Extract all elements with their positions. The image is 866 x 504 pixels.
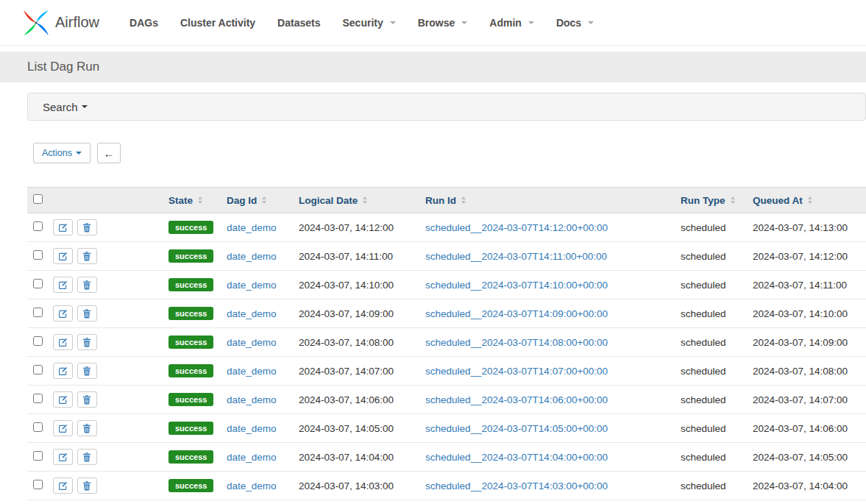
dag-run-table: State Dag Id Logical Date Run Id Run Typ… <box>27 187 866 500</box>
delete-record-button[interactable] <box>77 334 97 350</box>
run-id-link[interactable]: scheduled__2024-03-07T14:07:00+00:00 <box>425 366 608 377</box>
edit-record-button[interactable] <box>53 248 73 264</box>
row-checkbox[interactable] <box>33 451 43 461</box>
edit-icon <box>58 280 68 290</box>
row-checkbox[interactable] <box>33 480 43 489</box>
nav-item-cluster-activity[interactable]: Cluster Activity <box>169 10 266 36</box>
run-id-link[interactable]: scheduled__2024-03-07T14:06:00+00:00 <box>425 394 608 405</box>
row-checkbox[interactable] <box>33 250 43 260</box>
state-badge: success <box>168 249 213 263</box>
run-id-link[interactable]: scheduled__2024-03-07T14:11:00+00:00 <box>425 251 607 262</box>
dag-id-link[interactable]: date_demo <box>227 423 277 434</box>
sort-icon <box>198 196 202 204</box>
edit-record-button[interactable] <box>53 219 73 235</box>
state-badge: success <box>168 221 213 234</box>
run-id-link[interactable]: scheduled__2024-03-07T14:05:00+00:00 <box>425 423 608 434</box>
delete-record-button[interactable] <box>77 219 97 235</box>
run-type-value: scheduled <box>681 394 726 405</box>
dag-id-link[interactable]: date_demo <box>227 452 277 463</box>
trash-icon <box>82 452 91 462</box>
delete-record-button[interactable] <box>77 420 97 436</box>
dag-id-link[interactable]: date_demo <box>227 394 277 405</box>
column-header-logical-date[interactable]: Logical Date <box>299 195 367 206</box>
actions-button[interactable]: Actions <box>33 143 90 163</box>
nav-item-security[interactable]: Security <box>331 10 406 36</box>
column-header-dag-id[interactable]: Dag Id <box>227 195 266 206</box>
search-panel-toggle[interactable]: Search <box>27 93 866 121</box>
run-id-link[interactable]: scheduled__2024-03-07T14:03:00+00:00 <box>425 480 608 491</box>
page-header: List Dag Run <box>0 52 866 82</box>
edit-record-button[interactable] <box>53 305 73 322</box>
select-all-checkbox[interactable] <box>33 194 43 204</box>
delete-record-button[interactable] <box>77 363 97 379</box>
run-type-value: scheduled <box>681 308 726 319</box>
table-row: success date_demo 2024-03-07, 14:07:00 s… <box>27 357 866 386</box>
edit-icon <box>58 481 68 491</box>
edit-record-button[interactable] <box>53 478 73 494</box>
column-header-run-id[interactable]: Run Id <box>425 195 466 206</box>
nav-item-admin[interactable]: Admin <box>478 10 545 36</box>
column-header-queued-at[interactable]: Queued At <box>753 195 812 206</box>
run-type-value: scheduled <box>681 251 726 262</box>
queued-at-value: 2024-03-07, 14:08:00 <box>753 366 848 377</box>
chevron-down-icon <box>386 21 396 24</box>
edit-icon <box>58 338 68 347</box>
row-checkbox[interactable] <box>33 365 43 375</box>
dag-id-link[interactable]: date_demo <box>227 366 277 377</box>
brand-link[interactable]: Airflow <box>22 9 99 37</box>
nav-item-dags[interactable]: DAGs <box>118 10 169 36</box>
edit-record-button[interactable] <box>53 449 73 465</box>
nav-item-datasets[interactable]: Datasets <box>266 10 331 36</box>
state-badge: success <box>168 336 213 349</box>
state-badge: success <box>168 307 213 320</box>
trash-icon <box>82 222 91 233</box>
edit-record-button[interactable] <box>53 363 73 379</box>
run-id-link[interactable]: scheduled__2024-03-07T14:12:00+00:00 <box>425 222 608 233</box>
row-checkbox[interactable] <box>33 221 43 231</box>
nav-item-browse[interactable]: Browse <box>407 10 479 36</box>
edit-record-button[interactable] <box>53 391 73 408</box>
run-id-link[interactable]: scheduled__2024-03-07T14:10:00+00:00 <box>425 280 608 291</box>
search-toggle-label: Search <box>43 101 78 113</box>
edit-record-button[interactable] <box>53 420 73 436</box>
run-id-link[interactable]: scheduled__2024-03-07T14:04:00+00:00 <box>425 452 608 463</box>
nav-item-docs[interactable]: Docs <box>545 10 605 36</box>
edit-record-button[interactable] <box>53 277 73 293</box>
row-checkbox[interactable] <box>33 336 43 346</box>
row-checkbox[interactable] <box>33 394 43 403</box>
delete-record-button[interactable] <box>77 305 97 322</box>
queued-at-value: 2024-03-07, 14:05:00 <box>753 452 848 463</box>
delete-record-button[interactable] <box>77 248 97 264</box>
column-header-run-type[interactable]: Run Type <box>681 195 735 206</box>
delete-record-button[interactable] <box>77 277 97 293</box>
column-header-state[interactable]: State <box>168 195 202 206</box>
delete-record-button[interactable] <box>77 391 97 408</box>
logical-date-value: 2024-03-07, 14:08:00 <box>299 337 394 348</box>
edit-record-button[interactable] <box>53 334 73 350</box>
run-id-link[interactable]: scheduled__2024-03-07T14:09:00+00:00 <box>425 308 608 319</box>
state-badge: success <box>168 364 213 377</box>
row-checkbox[interactable] <box>33 422 43 432</box>
run-id-link[interactable]: scheduled__2024-03-07T14:08:00+00:00 <box>425 337 608 348</box>
dag-id-link[interactable]: date_demo <box>227 222 277 233</box>
chevron-down-icon <box>76 152 82 155</box>
dag-id-link[interactable]: date_demo <box>227 280 277 291</box>
logical-date-value: 2024-03-07, 14:07:00 <box>299 366 394 377</box>
dag-run-table-body: success date_demo 2024-03-07, 14:12:00 s… <box>27 213 866 500</box>
queued-at-value: 2024-03-07, 14:04:00 <box>753 480 848 491</box>
trash-icon <box>82 251 91 261</box>
back-button[interactable]: ← <box>97 143 121 163</box>
delete-record-button[interactable] <box>77 449 97 465</box>
dag-id-link[interactable]: date_demo <box>227 308 277 319</box>
run-type-value: scheduled <box>681 423 726 434</box>
dag-id-link[interactable]: date_demo <box>227 480 277 491</box>
delete-record-button[interactable] <box>77 478 97 494</box>
table-row: success date_demo 2024-03-07, 14:05:00 s… <box>27 414 866 443</box>
row-checkbox[interactable] <box>33 279 43 288</box>
dag-id-link[interactable]: date_demo <box>227 337 277 348</box>
run-type-value: scheduled <box>681 366 726 377</box>
chevron-down-icon <box>525 21 534 24</box>
toolbar: Actions ← <box>33 143 866 163</box>
row-checkbox[interactable] <box>33 308 43 317</box>
dag-id-link[interactable]: date_demo <box>227 251 277 262</box>
